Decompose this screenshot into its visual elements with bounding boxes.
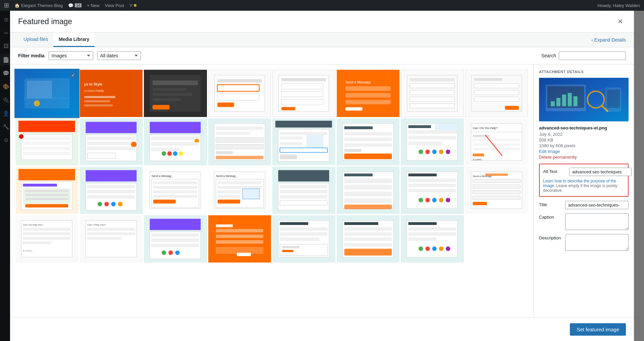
media-item[interactable]: ✓ <box>15 70 78 117</box>
svg-rect-146 <box>217 200 240 204</box>
home-icon: 🏠 <box>14 3 20 8</box>
media-item[interactable]: Can I Help You? <box>80 215 143 263</box>
attachment-dimensions: 1080 by 608 pixels <box>539 143 629 148</box>
media-item[interactable] <box>401 70 464 117</box>
media-item[interactable] <box>337 215 400 263</box>
svg-point-226 <box>426 246 430 251</box>
svg-point-98 <box>419 150 423 154</box>
comments-bar-item[interactable]: 💬 14 <box>68 3 82 8</box>
svg-rect-201 <box>216 235 263 238</box>
filter-date-select[interactable]: All dates January 2023 February 2023 <box>97 51 141 60</box>
svg-rect-87 <box>344 132 392 135</box>
view-post-bar-item[interactable]: View Post <box>105 3 124 8</box>
svg-rect-193 <box>152 238 199 242</box>
svg-rect-58 <box>87 147 135 150</box>
svg-rect-149 <box>280 185 328 188</box>
title-label: Title <box>539 201 562 207</box>
svg-rect-37 <box>410 90 454 95</box>
svg-rect-241 <box>607 90 620 108</box>
search-section: Search <box>541 51 626 60</box>
media-item[interactable] <box>272 167 335 214</box>
svg-rect-60 <box>150 122 201 133</box>
svg-rect-161 <box>409 174 437 176</box>
media-item[interactable] <box>15 118 78 166</box>
svg-rect-41 <box>474 78 502 81</box>
svg-rect-111 <box>473 154 484 156</box>
svg-rect-8 <box>84 96 115 98</box>
tab-media-library[interactable]: Media Library <box>53 33 95 47</box>
svg-rect-38 <box>410 97 454 101</box>
media-thumbnail <box>401 167 464 214</box>
media-item[interactable] <box>208 118 271 166</box>
chevron-left-icon: ‹ <box>591 37 593 43</box>
media-item[interactable] <box>401 167 464 214</box>
svg-rect-204 <box>237 253 251 256</box>
filter-type-select[interactable]: Images All media items Audio Video <box>49 51 93 60</box>
delete-permanently-link[interactable]: Delete permanently <box>539 155 629 160</box>
search-input[interactable] <box>559 51 626 60</box>
media-item[interactable] <box>337 167 400 214</box>
media-item[interactable]: Send a Messag... <box>144 167 207 214</box>
alt-text-input[interactable] <box>569 168 632 176</box>
svg-rect-224 <box>409 237 437 241</box>
media-item[interactable] <box>401 215 464 263</box>
media-item[interactable] <box>144 70 207 117</box>
edit-image-link[interactable]: Edit Image <box>539 149 629 154</box>
svg-rect-31 <box>345 93 391 98</box>
media-item[interactable] <box>272 70 335 117</box>
media-item[interactable]: Send a Messag... <box>208 167 271 214</box>
svg-rect-33 <box>345 107 363 111</box>
svg-rect-36 <box>410 83 454 88</box>
yoast-status-dot <box>134 4 137 7</box>
media-item[interactable] <box>15 167 78 214</box>
media-item[interactable] <box>272 118 335 166</box>
svg-rect-219 <box>344 249 392 255</box>
media-item[interactable] <box>337 118 400 166</box>
modal-title: Featured image <box>18 17 72 26</box>
media-item[interactable]: ys to Style ct Form Fields <box>80 70 143 117</box>
svg-point-127 <box>104 202 109 207</box>
modal-close-button[interactable]: ✕ <box>615 16 626 27</box>
media-thumbnail <box>15 118 78 166</box>
svg-rect-199 <box>216 224 233 227</box>
media-item[interactable]: Can I Do You Help? & Lorem... <box>465 118 528 166</box>
svg-rect-174 <box>473 185 520 188</box>
expand-details-button[interactable]: ‹ Expand Details <box>591 37 626 43</box>
media-item[interactable] <box>80 118 143 166</box>
media-item[interactable] <box>208 70 271 117</box>
svg-point-69 <box>179 151 183 156</box>
media-item[interactable] <box>80 167 143 214</box>
svg-point-195 <box>162 250 166 255</box>
yoast-icon[interactable]: Y <box>129 3 137 8</box>
media-thumbnail <box>208 118 271 166</box>
media-item[interactable]: Can I Do Help You? & Lorem... <box>15 215 78 263</box>
media-item[interactable]: Send a Message <box>465 167 528 214</box>
title-input[interactable] <box>565 201 629 209</box>
svg-rect-214 <box>344 222 378 225</box>
media-item[interactable]: Send a Message <box>337 70 400 117</box>
title-field-section: Title <box>539 201 629 209</box>
set-featured-image-button[interactable]: Set featured image <box>570 323 626 336</box>
caption-input[interactable] <box>565 213 629 230</box>
media-item[interactable] <box>272 215 335 263</box>
media-item[interactable] <box>401 118 464 166</box>
media-item[interactable] <box>144 215 207 263</box>
tab-upload-files[interactable]: Upload files <box>18 33 53 47</box>
media-item[interactable] <box>144 118 207 166</box>
media-thumbnail: Can I Do You Help? & Lorem... <box>465 118 528 166</box>
new-bar-item[interactable]: + New <box>87 3 99 8</box>
svg-point-57 <box>131 141 137 147</box>
media-item[interactable] <box>465 70 528 117</box>
site-name-bar-item[interactable]: 🏠 Elegant Themes Blog <box>14 3 63 8</box>
attachment-date: July 6, 2022 <box>539 132 629 137</box>
media-item[interactable] <box>208 215 271 263</box>
svg-rect-177 <box>473 202 487 205</box>
svg-text:Send a Message: Send a Message <box>345 80 371 84</box>
media-thumbnail <box>208 215 271 263</box>
wp-logo-icon[interactable]: ⊞ <box>4 2 9 9</box>
svg-rect-118 <box>25 194 68 196</box>
description-input[interactable] <box>565 234 629 251</box>
svg-rect-90 <box>344 149 361 152</box>
svg-rect-32 <box>345 100 391 105</box>
svg-rect-82 <box>280 142 303 145</box>
